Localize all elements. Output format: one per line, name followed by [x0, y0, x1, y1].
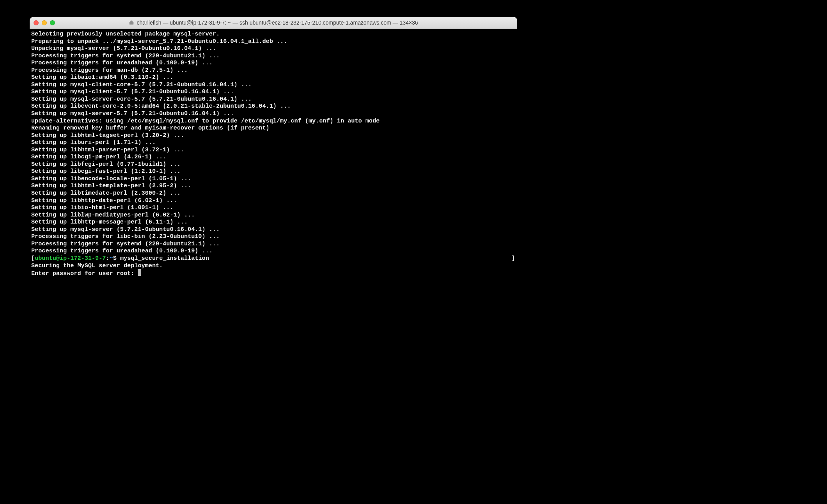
terminal-window: charliefish — ubuntu@ip-172-31-9-7: ~ — … — [30, 17, 517, 284]
terminal-output-line: Setting up libhttp-date-perl (6.02-1) ..… — [31, 197, 516, 204]
terminal-output-line: Processing triggers for ureadahead (0.10… — [31, 247, 516, 255]
window-title: charliefish — ubuntu@ip-172-31-9-7: ~ — … — [137, 20, 418, 26]
prompt-line: ][ubuntu@ip-172-31-9-7:~$ mysql_secure_i… — [31, 255, 516, 262]
terminal-output-line: Setting up libencode-locale-perl (1.05-1… — [31, 175, 516, 183]
terminal-output-line: Setting up libtimedate-perl (2.3000-2) .… — [31, 190, 516, 197]
password-prompt-text: Enter password for user root: — [31, 270, 138, 277]
terminal-output-line: Selecting previously unselected package … — [31, 30, 516, 38]
terminal-output-line: Setting up mysql-client-core-5.7 (5.7.21… — [31, 81, 516, 89]
prompt-dir: ~ — [110, 255, 113, 262]
terminal-output-line: Renaming removed key_buffer and myisam-r… — [31, 124, 516, 132]
cursor-icon — [138, 269, 141, 276]
window-title-wrap: charliefish — ubuntu@ip-172-31-9-7: ~ — … — [30, 20, 517, 26]
prompt-user: ubuntu — [35, 255, 56, 262]
close-icon[interactable] — [34, 20, 39, 25]
zoom-icon[interactable] — [50, 20, 55, 25]
prompt-at: @ — [56, 255, 60, 262]
prompt-open-bracket: [ — [31, 255, 35, 262]
titlebar[interactable]: charliefish — ubuntu@ip-172-31-9-7: ~ — … — [30, 17, 517, 29]
terminal-output-line: Preparing to unpack .../mysql-server_5.7… — [31, 38, 516, 45]
terminal-output-line: Setting up libfcgi-perl (0.77-1build1) .… — [31, 161, 516, 168]
terminal-output-line: Setting up libhttp-message-perl (6.11-1)… — [31, 218, 516, 226]
terminal-output-line: Setting up libio-html-perl (1.001-1) ... — [31, 204, 516, 211]
prompt-host: ip-172-31-9-7 — [60, 255, 106, 262]
terminal-output-line: Setting up libhtml-tagset-perl (3.20-2) … — [31, 132, 516, 139]
terminal-output-line: Processing triggers for man-db (2.7.5-1)… — [31, 67, 516, 74]
terminal-output-line: Setting up libcgi-fast-perl (1:2.10-1) .… — [31, 168, 516, 175]
terminal-output-line: Setting up libhtml-template-perl (2.95-2… — [31, 182, 516, 190]
right-bracket: ] — [511, 255, 516, 262]
terminal-output-line: Processing triggers for systemd (229-4ub… — [31, 240, 516, 248]
terminal-output-line: Processing triggers for libc-bin (2.23-0… — [31, 233, 516, 240]
password-prompt-line: Enter password for user root: — [31, 269, 516, 277]
terminal-output-line: Setting up liburi-perl (1.71-1) ... — [31, 139, 516, 146]
terminal-output-line: Setting up mysql-client-5.7 (5.7.21-0ubu… — [31, 88, 516, 96]
typed-command: mysql_secure_installation — [120, 255, 209, 262]
terminal-output-line: Setting up mysql-server-5.7 (5.7.21-0ubu… — [31, 110, 516, 117]
prompt-dollar: $ — [113, 255, 120, 262]
terminal-body[interactable]: Selecting previously unselected package … — [30, 29, 517, 284]
window-controls — [34, 20, 55, 25]
prompt-colon: : — [106, 255, 109, 262]
terminal-output-line: Setting up libcgi-pm-perl (4.26-1) ... — [31, 153, 516, 161]
terminal-output-line: Setting up libhtml-parser-perl (3.72-1) … — [31, 146, 516, 154]
terminal-output-line: Setting up libevent-core-2.0-5:amd64 (2.… — [31, 103, 516, 110]
terminal-output-line: Unpacking mysql-server (5.7.21-0ubuntu0.… — [31, 45, 516, 52]
terminal-output-line: Setting up mysql-server (5.7.21-0ubuntu0… — [31, 226, 516, 233]
terminal-output-line: Processing triggers for systemd (229-4ub… — [31, 52, 516, 60]
terminal-output-line: update-alternatives: using /etc/mysql/my… — [31, 117, 516, 125]
terminal-output-line: Setting up mysql-server-core-5.7 (5.7.21… — [31, 96, 516, 103]
home-icon — [129, 20, 134, 26]
minimize-icon[interactable] — [42, 20, 47, 25]
terminal-output-line: Setting up liblwp-mediatypes-perl (6.02-… — [31, 211, 516, 219]
terminal-output-line: Setting up libaio1:amd64 (0.3.110-2) ... — [31, 74, 516, 81]
terminal-output-line: Securing the MySQL server deployment. — [31, 262, 516, 270]
terminal-output-line: Processing triggers for ureadahead (0.10… — [31, 59, 516, 67]
